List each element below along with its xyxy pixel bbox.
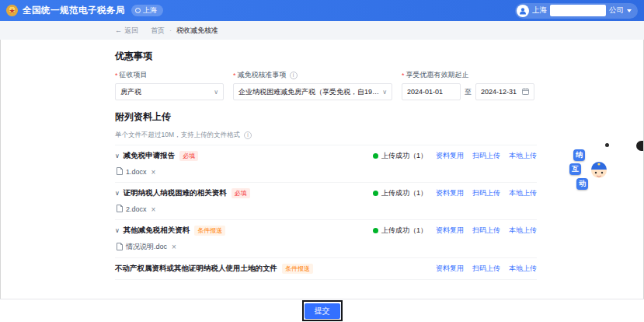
upload-item-title: 其他减免税相关资料 [124,226,190,236]
upload-item-head: 不动产权属资料或其他证明纳税人使用土地的文件 条件报送 资料复用 扫码上传 本地… [115,264,537,274]
scan-upload-link[interactable]: 扫码上传 [472,188,500,198]
back-button[interactable]: ← 返回 [115,26,138,36]
chevron-down-icon[interactable]: ∨ [115,227,120,234]
info-icon[interactable]: i [290,72,298,79]
breadcrumb-home[interactable]: 首页 [151,26,165,36]
upload-item-head[interactable]: ∨ 减免税申请报告 必填 上传成功（1） 资料复用 扫码上传 本地上传 [115,151,537,161]
user-account-menu[interactable]: 上海 公司 [515,3,638,19]
section-title-attachments: 附列资料上传 [115,110,537,124]
end-date-value: 2024-12-31 [481,88,517,96]
edge-handle[interactable] [636,141,643,151]
field-label: * 享受优惠有效期起止 [402,70,534,80]
location-dot-icon [135,8,141,13]
success-text: 上传成功（1） [381,151,427,161]
success-text: 上传成功（1） [381,188,427,198]
local-upload-link[interactable]: 本地上传 [509,226,537,236]
upload-list: ∨ 减免税申请报告 必填 上传成功（1） 资料复用 扫码上传 本地上传 [115,145,537,280]
required-mark: * [115,72,118,79]
back-arrow-icon: ← [115,26,122,34]
date-separator: 至 [465,87,472,97]
upload-hint: 单个文件不超过10M，支持上传的文件格式 i [115,131,537,140]
form-row: * 征收项目 房产税 ∨ * 减免税核准事项 i 企业纳税困难减免房产税（享受免… [115,70,537,100]
upload-item-title: 证明纳税人纳税困难的相关资料 [124,188,227,198]
required-mark: * [402,72,405,79]
upload-item: 不动产权属资料或其他证明纳税人使用土地的文件 条件报送 资料复用 扫码上传 本地… [115,258,537,280]
chevron-down-icon: ∨ [214,89,218,96]
remove-file-icon[interactable]: × [151,205,156,214]
main-content: 优惠事项 * 征收项目 房产税 ∨ * 减免税核准事项 i [0,50,644,280]
file-name: 2.docx [126,205,147,213]
file-name: 情况说明.doc [126,242,167,252]
document-icon [117,167,123,177]
reuse-material-link[interactable]: 资料复用 [436,188,464,198]
success-dot-icon [373,228,378,233]
info-icon[interactable]: i [244,131,252,139]
remove-file-icon[interactable]: × [151,168,156,177]
emblem-logo-icon: ★ [6,5,18,16]
chevron-down-icon[interactable]: ∨ [115,190,120,197]
scan-upload-link[interactable]: 扫码上传 [472,226,500,236]
region-badge-label: 上海 [143,5,157,16]
field-label: * 减免税核准事项 i [233,70,392,80]
success-dot-icon [373,191,378,196]
scan-upload-link[interactable]: 扫码上传 [472,151,500,161]
upload-item-actions: 上传成功（1） 资料复用 扫码上传 本地上传 [373,151,537,161]
local-upload-link[interactable]: 本地上传 [509,264,537,274]
user-avatar-icon [517,5,529,17]
upload-success-status: 上传成功（1） [373,188,427,198]
breadcrumb-current: 税收减免核准 [176,26,218,36]
remove-file-icon[interactable]: × [172,243,176,251]
submit-button[interactable]: 提交 [305,303,340,319]
reduction-matter-select[interactable]: 企业纳税困难减免房产税（享受免税，自1986-10-... ∨ [233,83,392,100]
assistant-dot-icon [605,143,609,147]
app-title: 全国统一规范电子税务局 [23,5,125,16]
success-dot-icon [373,153,378,159]
back-label: 返回 [124,26,138,36]
reuse-material-link[interactable]: 资料复用 [436,264,464,274]
app-window: ★ 全国统一规范电子税务局 上海 上海 公司 ← 返回 首页 · 税收减免核准 … [0,0,644,322]
upload-item-title: 减免税申请报告 [124,151,176,161]
date-range-picker: 2024-01-01 至 2024-12-31 [402,83,534,100]
redacted-text [550,5,606,16]
upload-item: ∨ 证明纳税人纳税困难的相关资料 必填 上传成功（1） 资料复用 扫码上传 本地… [115,183,537,220]
reuse-material-link[interactable]: 资料复用 [436,226,464,236]
tax-assistant-widget[interactable]: 纳 互 动 [569,149,607,196]
required-badge: 必填 [179,151,198,161]
upload-success-status: 上传成功（1） [373,226,427,236]
region-badge[interactable]: 上海 [131,5,163,16]
upload-item-head[interactable]: ∨ 其他减免税相关资料 条件报送 上传成功（1） 资料复用 扫码上传 本地上传 [115,226,537,236]
reuse-material-link[interactable]: 资料复用 [436,151,464,161]
submit-highlight-box: 提交 [302,300,343,321]
upload-item: ∨ 其他减免税相关资料 条件报送 上传成功（1） 资料复用 扫码上传 本地上传 [115,220,537,258]
calendar-icon[interactable] [522,88,529,96]
field-label: * 征收项目 [115,70,224,80]
top-header: ★ 全国统一规范电子税务局 上海 上海 公司 [0,0,644,21]
success-text: 上传成功（1） [381,226,427,236]
section-title-preferential: 优惠事项 [115,50,537,63]
upload-item: ∨ 减免税申请报告 必填 上传成功（1） 资料复用 扫码上传 本地上传 [115,145,537,183]
uploaded-file: 情况说明.doc × [115,242,537,252]
breadcrumb: ← 返回 首页 · 税收减免核准 [0,21,644,40]
local-upload-link[interactable]: 本地上传 [509,151,537,161]
chevron-down-icon [627,9,632,12]
local-upload-link[interactable]: 本地上传 [509,188,537,198]
upload-item-actions: 上传成功（1） 资料复用 扫码上传 本地上传 [373,226,537,236]
chevron-down-icon[interactable]: ∨ [115,152,120,159]
collection-item-select[interactable]: 房产税 ∨ [115,83,224,100]
scan-upload-link[interactable]: 扫码上传 [472,264,500,274]
select-value: 房产税 [120,87,141,97]
end-date-input[interactable]: 2024-12-31 [475,83,534,100]
select-value: 企业纳税困难减免房产税（享受免税，自1986-10-... [238,87,379,97]
conditional-badge: 条件报送 [282,264,313,274]
uploaded-file: 1.docx × [115,167,537,177]
user-name-prefix: 上海 [532,5,547,16]
assistant-char-tile: 纳 [573,149,585,161]
upload-item-actions: 上传成功（1） 资料复用 扫码上传 本地上传 [373,188,537,198]
user-name-suffix: 公司 [609,5,624,16]
start-date-input[interactable]: 2024-01-01 [402,83,461,100]
assistant-char-tile: 互 [569,163,581,175]
upload-success-status: 上传成功（1） [373,151,427,161]
document-icon [117,205,123,214]
upload-item-head[interactable]: ∨ 证明纳税人纳税困难的相关资料 必填 上传成功（1） 资料复用 扫码上传 本地… [115,188,537,198]
file-name: 1.docx [126,168,147,176]
